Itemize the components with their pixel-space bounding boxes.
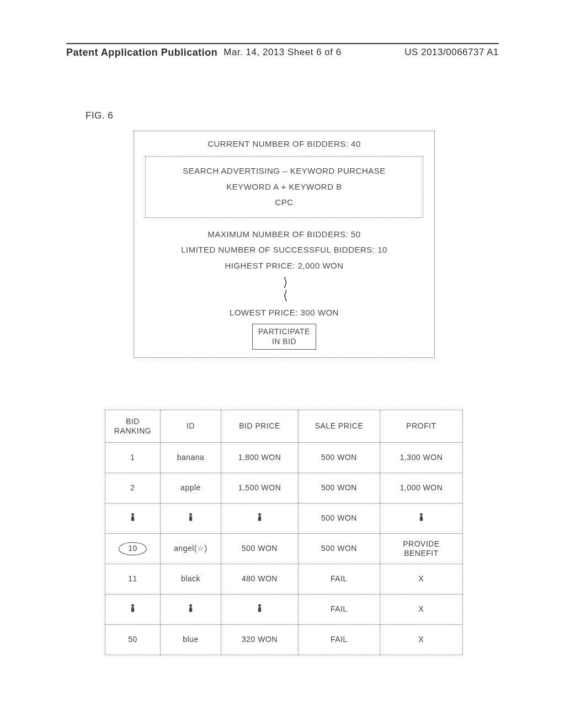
cell-sale: FAIL <box>299 564 380 595</box>
col-header-bid: BID PRICE <box>221 410 299 443</box>
cell-rank: 2 <box>105 473 161 504</box>
highest-price: HIGHEST PRICE: 2,000 WON <box>138 258 430 274</box>
auction-info-box: SEARCH ADVERTISING – KEYWORD PURCHASE KE… <box>145 156 423 218</box>
table-row: 2apple1,500 WON500 WON1,000 WON <box>105 473 463 504</box>
cell-sale: FAIL <box>299 625 380 655</box>
cell-profit: X <box>380 625 463 655</box>
col-header-id: ID <box>161 410 221 443</box>
cell-profit: X <box>380 564 463 595</box>
cell-rank: ●●■ <box>105 504 161 534</box>
countdown-icon: ⟩⟨ <box>283 276 286 302</box>
table-row: ●●■●●■●●■FAILX <box>105 595 463 625</box>
cell-id: banana <box>161 443 221 473</box>
cell-profit: 1,300 WON <box>380 443 463 473</box>
limited-successful: LIMITED NUMBER OF SUCCESSFUL BIDDERS: 10 <box>138 242 430 258</box>
header-pub-number: US 2013/0066737 A1 <box>404 47 499 58</box>
auction-rules: MAXIMUM NUMBER OF BIDDERS: 50 LIMITED NU… <box>134 223 434 357</box>
cell-bid: ●●■ <box>221 504 299 534</box>
current-bidders: CURRENT NUMBER OF BIDDERS: 40 <box>134 131 434 154</box>
cell-profit: 1,000 WON <box>380 473 463 504</box>
cell-profit: X <box>380 595 463 625</box>
info-line-1: SEARCH ADVERTISING – KEYWORD PURCHASE <box>150 163 418 179</box>
cell-id: apple <box>161 473 221 504</box>
col-header-rank: BIDRANKING <box>105 410 161 443</box>
cell-id: ●●■ <box>161 595 221 625</box>
cell-sale: FAIL <box>299 595 380 625</box>
participate-button[interactable]: PARTICIPATEIN BID <box>252 324 316 349</box>
table-row: ●●■●●■●●■500 WON●●■ <box>105 504 463 534</box>
col-header-profit: PROFIT <box>380 410 463 443</box>
lowest-price: LOWEST PRICE: 300 WON <box>138 305 430 321</box>
col-header-sale: SALE PRICE <box>299 410 380 443</box>
cell-profit: PROVIDEBENEFIT <box>380 534 463 564</box>
cell-bid: 480 WON <box>221 564 299 595</box>
cell-rank: 11 <box>105 564 161 595</box>
cell-sale: 500 WON <box>299 473 380 504</box>
header-rule <box>66 43 499 44</box>
cell-rank: ●●■ <box>105 595 161 625</box>
cell-id: ●●■ <box>161 504 221 534</box>
bid-table: BIDRANKING ID BID PRICE SALE PRICE PROFI… <box>105 410 463 655</box>
auction-panel: CURRENT NUMBER OF BIDDERS: 40 SEARCH ADV… <box>134 131 435 358</box>
cell-bid: 1,800 WON <box>221 443 299 473</box>
cell-rank: 10 <box>105 534 161 564</box>
cell-id: angel(☆) <box>161 534 221 564</box>
cell-sale: 500 WON <box>299 534 380 564</box>
cell-bid: 500 WON <box>221 534 299 564</box>
figure-label: FIG. 6 <box>86 110 113 121</box>
info-line-2: KEYWORD A + KEYWORD B <box>150 179 418 195</box>
page: Patent Application Publication Mar. 14, … <box>0 0 565 728</box>
cell-id: blue <box>161 625 221 655</box>
rank-circle: 10 <box>119 542 147 555</box>
cell-bid: 320 WON <box>221 625 299 655</box>
table-row: 10angel(☆)500 WON500 WONPROVIDEBENEFIT <box>105 534 463 564</box>
cell-id: black <box>161 564 221 595</box>
cell-sale: 500 WON <box>299 504 380 534</box>
cell-bid: ●●■ <box>221 595 299 625</box>
cell-rank: 50 <box>105 625 161 655</box>
info-line-3: CPC <box>150 195 418 211</box>
table-row: 11black480 WONFAILX <box>105 564 463 595</box>
cell-bid: 1,500 WON <box>221 473 299 504</box>
table-row: 50blue320 WONFAILX <box>105 625 463 655</box>
table-header-row: BIDRANKING ID BID PRICE SALE PRICE PROFI… <box>105 410 463 443</box>
table-row: 1banana1,800 WON500 WON1,300 WON <box>105 443 463 473</box>
cell-sale: 500 WON <box>299 443 380 473</box>
cell-profit: ●●■ <box>380 504 463 534</box>
max-bidders: MAXIMUM NUMBER OF BIDDERS: 50 <box>138 227 430 243</box>
cell-rank: 1 <box>105 443 161 473</box>
